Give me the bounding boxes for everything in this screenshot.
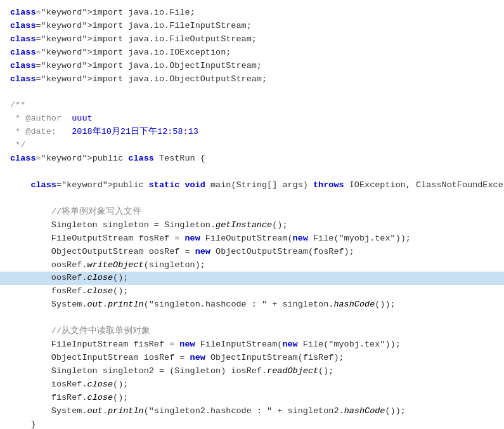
code-line: */ [0, 139, 504, 152]
code-line: ObjectOutputStream oosRef = new ObjectOu… [0, 246, 504, 259]
code-line: oosRef.writeObject(singleton); [0, 259, 504, 272]
code-line: fisRef.close(); [0, 392, 504, 405]
code-line: class="keyword">import java.io.FileOutpu… [0, 33, 504, 46]
code-line: Singleton singleton = Singleton.getInsta… [0, 219, 504, 232]
code-line [0, 192, 504, 206]
code-line [0, 312, 504, 325]
code-line: FileOutputStream fosRef = new FileOutput… [0, 232, 504, 246]
code-container: class="keyword">import java.io.File;clas… [0, 0, 504, 429]
code-line: System.out.println("singleton.hashcode :… [0, 298, 504, 312]
code-line [0, 166, 504, 179]
code-line: } [0, 418, 504, 429]
code-line: class="keyword">import java.io.ObjectInp… [0, 60, 504, 73]
code-line: FileInputStream fisRef = new FileInputSt… [0, 338, 504, 352]
code-line [0, 86, 504, 100]
code-block: class="keyword">import java.io.File;clas… [0, 6, 504, 429]
code-line: //从文件中读取单例对象 [0, 325, 504, 338]
code-line: /** [0, 99, 504, 112]
code-line: System.out.println("singleton2.hashcode … [0, 405, 504, 418]
code-line: ObjectInputStream iosRef = new ObjectInp… [0, 352, 504, 365]
code-line: class="keyword">import java.io.FileInput… [0, 20, 504, 33]
code-line: class="keyword">import java.io.IOExcepti… [0, 46, 504, 60]
code-line: class="keyword">import java.io.File; [0, 6, 504, 20]
code-line: * @author uuut [0, 112, 504, 126]
code-line: iosRef.close(); [0, 378, 504, 392]
code-line: class="keyword">import java.io.ObjectOut… [0, 73, 504, 86]
code-line: Singleton singleton2 = (Singleton) iosRe… [0, 365, 504, 378]
code-line: class="keyword">public static void main(… [0, 179, 504, 192]
code-line: oosRef.close(); [0, 272, 504, 285]
code-line: //将单例对象写入文件 [0, 206, 504, 219]
code-line: fosRef.close(); [0, 285, 504, 298]
code-line: * @date: 2018年10月21日下午12:58:13 [0, 126, 504, 139]
code-line: class="keyword">public class TestRun { [0, 152, 504, 166]
